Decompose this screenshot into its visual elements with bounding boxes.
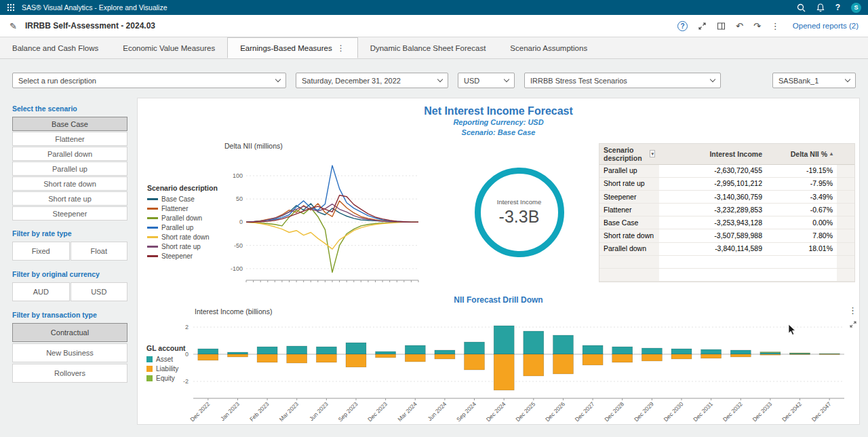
svg-text:Sep 2023: Sep 2023: [337, 400, 359, 423]
tab-earnings-based-measures[interactable]: Earnings-Based Measures⋮: [227, 37, 358, 58]
table-cell: [837, 191, 854, 203]
chevron-down-icon: [275, 77, 281, 82]
scenario-button-steepener[interactable]: Steepener: [12, 206, 127, 221]
object-menu-kebab-icon[interactable]: ⋮: [848, 306, 857, 315]
notifications-bell-icon[interactable]: [816, 3, 825, 12]
legend-item[interactable]: Flattener: [147, 205, 223, 212]
undo-icon[interactable]: ↶: [736, 22, 743, 31]
app-title: SAS® Visual Analytics - Explore and Visu…: [22, 3, 167, 12]
rate-type-button-float[interactable]: Float: [71, 242, 128, 261]
table-row[interactable]: Parallel down-3,840,114,58918.01%: [599, 243, 854, 256]
table-cell: -3,232,289,853: [659, 204, 766, 216]
table-row[interactable]: Short rate down-3,507,589,9887.80%: [599, 229, 854, 242]
table-row[interactable]: Base Case-3,253,943,1280.00%: [599, 216, 854, 229]
svg-text:-100: -100: [231, 265, 243, 272]
scenario-set-dropdown[interactable]: IRRBB Stress Test Scenarios: [524, 73, 721, 88]
table-cell: -3,140,360,759: [659, 191, 766, 203]
scenario-button-parallel-down[interactable]: Parallel down: [12, 147, 127, 161]
svg-text:-50: -50: [234, 242, 243, 248]
svg-text:Jun 2024: Jun 2024: [427, 400, 448, 422]
table-row[interactable]: Short rate up-2,995,101,212-7.95%: [599, 178, 854, 191]
svg-text:Dec 2031: Dec 2031: [692, 400, 714, 423]
tab-scenario-assumptions[interactable]: Scenario Assumptions: [498, 37, 599, 58]
transaction-type-button-rollovers[interactable]: Rollovers: [12, 364, 127, 383]
svg-text:Dec 2042: Dec 2042: [781, 400, 803, 423]
svg-text:Dec 2033: Dec 2033: [751, 400, 774, 423]
legend-item[interactable]: Steepener: [147, 252, 223, 260]
legend-item[interactable]: Parallel up: [147, 224, 223, 231]
app-switcher-icon[interactable]: [7, 3, 15, 12]
fullscreen-icon[interactable]: [698, 22, 707, 31]
as-of-date-dropdown[interactable]: Saturday, December 31, 2022: [296, 73, 448, 88]
tab-menu-kebab-icon[interactable]: ⋮: [337, 43, 345, 53]
column-header-scenario-description[interactable]: Scenario description▾: [599, 144, 659, 164]
kpi-value: -3.3B: [499, 207, 540, 227]
legend-swatch: [147, 217, 158, 219]
table-cell: Short rate down: [599, 229, 659, 242]
scenario-button-flattener[interactable]: Flattener: [12, 132, 127, 146]
currency-button-usd[interactable]: USD: [71, 282, 128, 301]
scenario-button-base-case[interactable]: Base Case: [12, 117, 127, 131]
svg-text:0: 0: [185, 351, 189, 358]
legend-item[interactable]: Base Case: [147, 195, 223, 203]
table-cell: -0.67%: [766, 204, 837, 216]
report-help-icon[interactable]: ?: [677, 21, 688, 31]
redo-icon[interactable]: ↷: [753, 22, 761, 31]
svg-text:Dec 2025: Dec 2025: [514, 400, 536, 423]
table-cell: [837, 178, 854, 190]
transaction-type-button-contractual[interactable]: Contractual: [12, 323, 127, 342]
legend-label: Steepener: [161, 252, 193, 260]
column-filter-icon[interactable]: ▾: [650, 150, 655, 157]
opened-reports-link[interactable]: Opened reports (2): [793, 22, 859, 30]
table-cell: [837, 216, 854, 229]
dropdown-value: USD: [464, 77, 479, 85]
dropdown-value: Saturday, December 31, 2022: [302, 77, 401, 85]
table-cell: -3,840,114,589: [659, 243, 766, 255]
entity-dropdown[interactable]: SASBank_1: [772, 73, 856, 88]
drilldown-title[interactable]: NII Forecast Drill Down: [138, 295, 859, 305]
sort-ascending-icon[interactable]: ▴: [830, 151, 833, 157]
tab-balance-and-cash-flows[interactable]: Balance and Cash Flows: [0, 37, 111, 58]
column-header-interest-income[interactable]: Interest Income: [659, 144, 766, 164]
run-description-dropdown[interactable]: Select a run description: [12, 73, 286, 88]
svg-text:Jun 2023: Jun 2023: [308, 400, 330, 422]
currency-dropdown[interactable]: USD: [458, 73, 515, 88]
search-icon[interactable]: [797, 3, 806, 12]
help-icon[interactable]: ?: [835, 3, 840, 12]
scenario-button-parallel-up[interactable]: Parallel up: [12, 162, 127, 176]
chevron-down-icon: [504, 77, 509, 82]
rate-type-button-fixed[interactable]: Fixed: [12, 242, 70, 261]
bar-chart-axis-title: Interest Income (billions): [195, 307, 272, 316]
svg-text:-2: -2: [183, 378, 189, 385]
edit-pencil-icon[interactable]: ✎: [9, 21, 17, 31]
user-avatar[interactable]: S: [851, 3, 861, 13]
delta-nii-line-chart[interactable]: 100500-50-100: [223, 151, 425, 290]
table-row[interactable]: Flattener-3,232,289,853-0.67%: [599, 204, 854, 216]
column-header-label: Interest Income: [709, 150, 762, 158]
legend-swatch: [147, 246, 158, 248]
scenario-button-short-rate-up[interactable]: Short rate up: [12, 191, 127, 206]
legend-item[interactable]: Parallel down: [147, 214, 223, 222]
table-row[interactable]: Parallel up-2,630,720,455-19.15%: [599, 165, 854, 178]
legend-item[interactable]: Short rate up: [147, 243, 223, 250]
nii-drilldown-bar-chart[interactable]: 20-2Dec 2022Jan 2023Feb 2023Mar 2023Jun …: [172, 316, 856, 425]
legend-label: Base Case: [161, 195, 195, 203]
table-row[interactable]: Steepener-3,140,360,759-3.49%: [599, 191, 854, 204]
legend-swatch: [147, 255, 158, 257]
legend-item[interactable]: Short rate down: [147, 233, 223, 241]
table-cell: [837, 243, 854, 255]
tab-economic-value-measures[interactable]: Economic Value Measures: [111, 37, 227, 58]
legend-label: Asset: [156, 356, 173, 363]
kpi-interest-income[interactable]: Interest Income -3.3B: [439, 142, 599, 292]
scenario-button-short-rate-down[interactable]: Short rate down: [12, 176, 127, 191]
scenario-results-table: Scenario description▾ Interest Income De…: [599, 143, 855, 282]
maximize-object-icon[interactable]: [849, 320, 857, 328]
currency-button-aud[interactable]: AUD: [12, 282, 70, 301]
transaction-type-button-new-business[interactable]: New Business: [12, 343, 127, 362]
layout-panel-icon[interactable]: [717, 22, 726, 31]
legend-swatch: [146, 375, 153, 381]
more-options-kebab-icon[interactable]: ⋮: [771, 22, 780, 31]
column-header-delta-nii[interactable]: Delta NII %▴: [766, 144, 837, 164]
tab-dynamic-balance-sheet-forecast[interactable]: Dynamic Balance Sheet Forecast: [358, 37, 498, 58]
tab-label: Earnings-Based Measures: [240, 44, 332, 52]
